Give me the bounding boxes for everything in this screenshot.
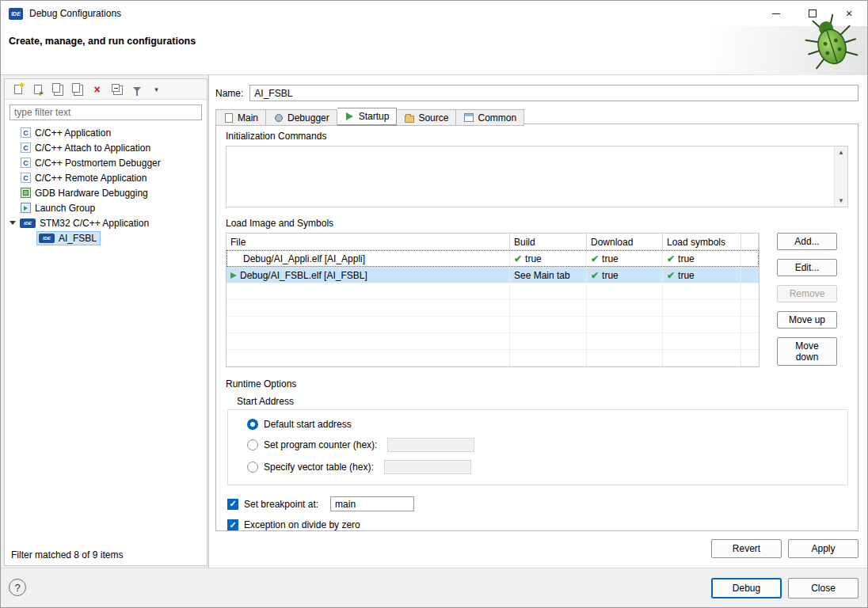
main-tab-icon — [223, 112, 234, 123]
specify-vector-table-option[interactable]: Specify vector table (hex): — [247, 460, 847, 474]
checkbox-checked-icon[interactable] — [227, 499, 238, 510]
set-program-counter-option[interactable]: Set program counter (hex): — [247, 438, 847, 452]
c-application-icon — [21, 127, 31, 138]
debug-bug-icon — [801, 6, 862, 74]
check-icon — [591, 270, 599, 281]
tree-item-cpp-remote[interactable]: C/C++ Remote Application — [5, 170, 207, 185]
download-cell: true — [602, 253, 619, 264]
expand-caret-icon[interactable] — [10, 221, 16, 225]
remove-button[interactable]: Remove — [777, 285, 837, 302]
tree-item-label: AI_FSBL — [59, 233, 97, 244]
delete-icon: × — [93, 84, 100, 95]
play-icon — [230, 272, 237, 279]
main-area: × ▾ C/C++ Application C/C++ Attach to Ap… — [1, 75, 867, 568]
checkbox-label: Exception on divide by zero — [244, 519, 360, 530]
table-row-empty[interactable] — [227, 317, 759, 333]
table-row-empty[interactable] — [227, 283, 759, 300]
filter-button[interactable] — [128, 82, 145, 97]
filter-menu-button[interactable]: ▾ — [148, 82, 165, 97]
tab-main[interactable]: Main — [215, 109, 266, 126]
radio-selected-icon[interactable] — [247, 419, 258, 430]
close-dialog-button[interactable]: Close — [788, 578, 858, 598]
delete-button[interactable]: × — [89, 82, 105, 97]
radio-icon[interactable] — [247, 462, 258, 473]
name-input[interactable] — [249, 85, 858, 101]
tab-label: Startup — [359, 111, 390, 122]
check-icon — [591, 253, 599, 264]
table-row-empty[interactable] — [227, 300, 759, 317]
configurations-tree: C/C++ Application C/C++ Attach to Applic… — [5, 125, 207, 245]
titlebar: Debug Configurations × — [1, 1, 867, 26]
move-up-button[interactable]: Move up — [777, 311, 837, 329]
new-prototype-button[interactable] — [29, 82, 46, 97]
vector-table-input[interactable] — [384, 460, 471, 474]
debug-button[interactable]: Debug — [711, 578, 782, 598]
apply-row: Revert Apply — [711, 539, 858, 558]
duplicate-icon — [72, 83, 80, 93]
tab-label: Source — [418, 112, 448, 124]
export-icon — [52, 83, 60, 93]
column-spacer — [741, 234, 759, 250]
tree-item-gdb-hardware[interactable]: GDB Hardware Debugging — [5, 185, 207, 200]
start-address-group: Default start address Set program counte… — [227, 409, 848, 485]
collapse-all-button[interactable] — [108, 82, 125, 97]
tab-startup[interactable]: Startup — [337, 108, 398, 126]
radio-icon[interactable] — [247, 439, 258, 450]
c-application-icon — [21, 142, 31, 153]
load-image-title: Load Image and Symbols — [226, 218, 848, 229]
tab-debugger[interactable]: Debugger — [266, 109, 337, 126]
tab-label: Main — [238, 112, 258, 124]
scroll-up-icon[interactable]: ▲ — [835, 146, 847, 158]
help-button[interactable] — [9, 579, 26, 596]
tree-item-stm32-application[interactable]: STM32 C/C++ Application — [5, 215, 207, 230]
table-row-ai-fsbl[interactable]: Debug/AI_FSBL.elf [AI_FSBL] See Main tab… — [227, 267, 759, 283]
column-download[interactable]: Download — [587, 234, 663, 250]
build-cell: See Main tab — [514, 270, 570, 281]
column-load-symbols[interactable]: Load symbols — [663, 234, 741, 250]
tree-item-cpp-attach[interactable]: C/C++ Attach to Application — [5, 140, 207, 155]
tree-item-cpp-application[interactable]: C/C++ Application — [5, 125, 207, 140]
init-commands-textarea[interactable]: ▲ ▼ — [226, 146, 848, 207]
c-application-icon — [21, 173, 31, 183]
add-button[interactable]: Add... — [777, 233, 837, 250]
set-breakpoint-row: Set breakpoint at: — [227, 496, 848, 511]
scrollbar[interactable]: ▲ ▼ — [834, 146, 847, 207]
chevron-down-icon: ▾ — [154, 86, 158, 93]
window-title: Debug Configurations — [29, 8, 121, 19]
configuration-detail-panel: Name: Main Debugger Startup S — [209, 75, 867, 568]
tree-item-ai-fsbl[interactable]: AI_FSBL — [5, 230, 207, 245]
table-row-empty[interactable] — [227, 350, 759, 367]
c-application-icon — [21, 158, 31, 168]
move-down-button[interactable]: Move down — [777, 337, 837, 366]
scroll-down-icon[interactable]: ▼ — [835, 195, 847, 207]
tab-source[interactable]: Source — [397, 109, 456, 126]
tree-item-cpp-postmortem[interactable]: C/C++ Postmortem Debugger — [5, 155, 207, 170]
table-row-ai-appli[interactable]: Debug/AI_Appli.elf [AI_Appli] true true … — [227, 250, 759, 267]
tree-item-label: C/C++ Attach to Application — [35, 142, 150, 154]
program-counter-input[interactable] — [387, 438, 474, 452]
new-configuration-button[interactable] — [10, 82, 26, 97]
breakpoint-input[interactable] — [330, 496, 414, 511]
filter-input[interactable] — [10, 104, 202, 120]
launch-group-icon — [21, 203, 31, 213]
revert-button[interactable]: Revert — [711, 539, 782, 558]
debugger-tab-icon — [273, 112, 284, 123]
tree-item-label: GDB Hardware Debugging — [35, 188, 148, 199]
default-start-address-option[interactable]: Default start address — [247, 419, 847, 430]
file-cell: Debug/AI_Appli.elf [AI_Appli] — [243, 253, 365, 264]
table-row-empty[interactable] — [227, 333, 759, 350]
table-buttons: Add... Edit... Remove Move up Move down — [777, 233, 837, 367]
apply-button[interactable]: Apply — [788, 539, 858, 558]
minimize-button[interactable] — [758, 1, 794, 26]
duplicate-button[interactable] — [69, 82, 86, 97]
tree-item-label: Launch Group — [35, 203, 95, 214]
export-button[interactable] — [49, 82, 66, 97]
edit-button[interactable]: Edit... — [777, 259, 837, 276]
configurations-toolbar: × ▾ — [5, 79, 207, 100]
tab-common[interactable]: Common — [456, 109, 524, 126]
column-file[interactable]: File — [227, 234, 510, 250]
startup-tab-icon — [345, 112, 355, 122]
checkbox-checked-icon[interactable] — [227, 519, 238, 530]
tree-item-launch-group[interactable]: Launch Group — [5, 200, 207, 215]
column-build[interactable]: Build — [510, 234, 587, 250]
